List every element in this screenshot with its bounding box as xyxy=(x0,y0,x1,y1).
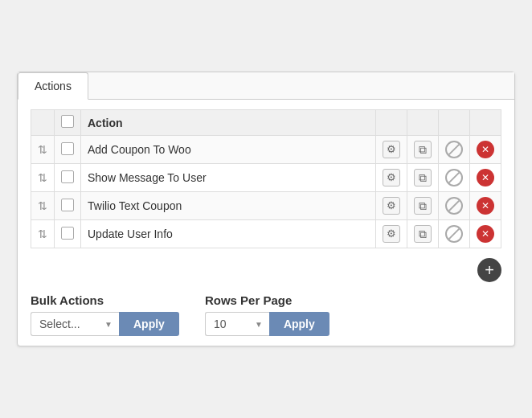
bulk-actions-controls: Select...Delete Apply xyxy=(31,312,179,336)
header-checkbox[interactable] xyxy=(61,115,74,128)
tab-actions[interactable]: Actions xyxy=(18,72,88,100)
copy-cell xyxy=(407,192,439,220)
col-remove-header xyxy=(470,110,501,136)
sort-cell: ⇅ xyxy=(31,192,55,220)
sort-cell: ⇅ xyxy=(31,164,55,192)
rows-per-page-select[interactable]: 102550100 xyxy=(205,312,269,336)
gear-cell xyxy=(376,192,407,220)
action-name-cell: Add Coupon To Woo xyxy=(81,136,376,164)
action-name-cell: Twilio Text Coupon xyxy=(81,192,376,220)
col-sort-header xyxy=(31,110,55,136)
ban-icon[interactable] xyxy=(445,225,463,243)
copy-cell xyxy=(407,164,439,192)
gear-cell xyxy=(376,220,407,248)
gear-cell xyxy=(376,136,407,164)
table-header-row: Action xyxy=(31,110,501,136)
sort-icon[interactable]: ⇅ xyxy=(38,171,47,184)
remove-cell: ✕ xyxy=(470,192,501,220)
col-ban-header xyxy=(439,110,470,136)
bottom-bar: Bulk Actions Select...Delete Apply Rows … xyxy=(31,290,501,336)
check-cell xyxy=(55,164,81,192)
gear-icon[interactable] xyxy=(383,141,400,158)
copy-cell xyxy=(407,220,439,248)
check-cell xyxy=(55,136,81,164)
col-gear-header xyxy=(376,110,407,136)
copy-icon[interactable] xyxy=(414,169,432,186)
gear-icon[interactable] xyxy=(383,169,400,186)
sort-icon[interactable]: ⇅ xyxy=(38,227,47,240)
row-checkbox[interactable] xyxy=(61,142,74,155)
remove-cell: ✕ xyxy=(470,164,501,192)
rows-per-page-apply-button[interactable]: Apply xyxy=(269,312,329,336)
bulk-actions-select-wrapper: Select...Delete xyxy=(31,312,119,336)
action-name-cell: Show Message To User xyxy=(81,164,376,192)
remove-icon[interactable]: ✕ xyxy=(477,141,494,158)
ban-icon[interactable] xyxy=(445,197,463,215)
row-checkbox[interactable] xyxy=(61,170,74,183)
actions-table: Action ⇅ Add Coupon To Woo xyxy=(31,109,501,248)
ban-icon[interactable] xyxy=(445,141,463,158)
remove-cell: ✕ xyxy=(470,220,501,248)
sort-icon[interactable]: ⇅ xyxy=(38,143,47,156)
table-row: ⇅ Show Message To User ✕ xyxy=(31,164,501,192)
rows-per-page-group: Rows Per Page 102550100 Apply xyxy=(205,293,329,336)
rows-per-page-select-wrapper: 102550100 xyxy=(205,312,269,336)
remove-icon[interactable]: ✕ xyxy=(477,169,494,186)
bulk-actions-select[interactable]: Select...Delete xyxy=(31,312,119,336)
table-row: ⇅ Update User Info ✕ xyxy=(31,220,501,248)
sort-icon[interactable]: ⇅ xyxy=(38,199,47,212)
ban-cell xyxy=(439,220,470,248)
remove-cell: ✕ xyxy=(470,136,501,164)
check-cell xyxy=(55,192,81,220)
tab-bar: Actions xyxy=(18,72,514,100)
add-action-button[interactable]: + xyxy=(477,258,501,282)
gear-icon[interactable] xyxy=(383,197,400,215)
add-button-row: + xyxy=(31,258,501,282)
row-checkbox[interactable] xyxy=(61,227,74,240)
ban-cell xyxy=(439,164,470,192)
rows-per-page-label: Rows Per Page xyxy=(205,293,329,307)
rows-per-page-controls: 102550100 Apply xyxy=(205,312,329,336)
check-cell xyxy=(55,220,81,248)
bulk-actions-apply-button[interactable]: Apply xyxy=(119,312,179,336)
sort-cell: ⇅ xyxy=(31,220,55,248)
table-body: ⇅ Add Coupon To Woo ✕ ⇅ xyxy=(31,136,501,248)
copy-icon[interactable] xyxy=(414,225,432,243)
col-copy-header xyxy=(407,110,439,136)
remove-icon[interactable]: ✕ xyxy=(477,225,494,243)
table-row: ⇅ Add Coupon To Woo ✕ xyxy=(31,136,501,164)
copy-icon[interactable] xyxy=(414,197,432,215)
action-name-cell: Update User Info xyxy=(81,220,376,248)
sort-cell: ⇅ xyxy=(31,136,55,164)
actions-panel: Actions Action ⇅ xyxy=(17,72,515,346)
col-check-header xyxy=(55,110,81,136)
gear-cell xyxy=(376,164,407,192)
panel-body: Action ⇅ Add Coupon To Woo xyxy=(18,100,514,346)
copy-icon[interactable] xyxy=(414,141,432,158)
ban-cell xyxy=(439,136,470,164)
ban-icon[interactable] xyxy=(445,169,463,186)
bulk-actions-label: Bulk Actions xyxy=(31,293,179,307)
remove-icon[interactable]: ✕ xyxy=(477,197,494,215)
table-row: ⇅ Twilio Text Coupon ✕ xyxy=(31,192,501,220)
bulk-actions-group: Bulk Actions Select...Delete Apply xyxy=(31,293,179,336)
copy-cell xyxy=(407,136,439,164)
col-action-header: Action xyxy=(81,110,376,136)
gear-icon[interactable] xyxy=(383,225,400,243)
row-checkbox[interactable] xyxy=(61,199,74,211)
ban-cell xyxy=(439,192,470,220)
